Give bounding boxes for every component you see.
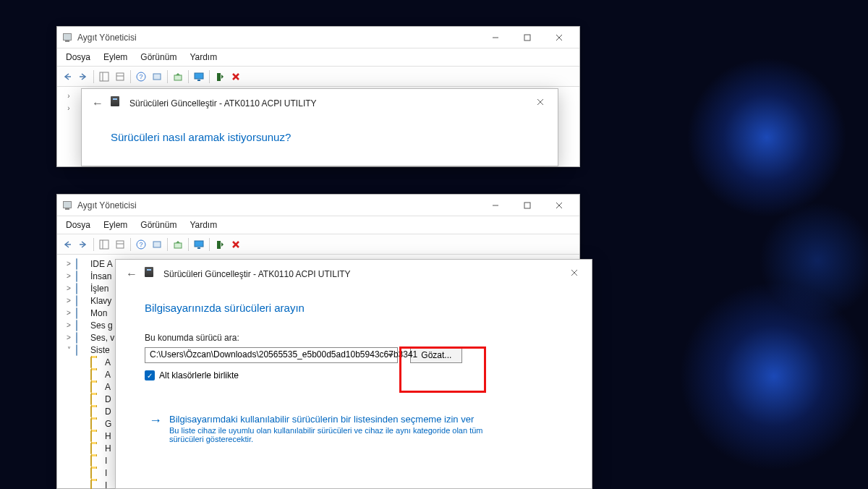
svg-rect-35 (195, 241, 203, 247)
close-button[interactable] (543, 195, 575, 216)
properties-icon[interactable] (113, 69, 127, 84)
nav-forward-icon[interactable] (76, 237, 90, 252)
tree-label: D (105, 407, 111, 417)
path-label: Bu konumda sürücü ara: (145, 333, 570, 343)
tree-label: I (105, 468, 107, 478)
svg-rect-13 (174, 75, 182, 80)
device-icon (111, 96, 122, 111)
titlebar: Aygıt Yöneticisi (57, 195, 579, 216)
minimize-button[interactable] (480, 195, 511, 216)
minimize-button[interactable] (480, 27, 511, 48)
svg-rect-16 (217, 73, 221, 81)
tree-label: İnsan (90, 271, 111, 281)
wizard-close-button[interactable] (563, 264, 586, 281)
update-driver-wizard-bottom: ← Sürücüleri Güncelleştir - ATK0110 ACPI… (115, 259, 592, 489)
svg-rect-37 (217, 241, 221, 249)
wizard-close-button[interactable] (529, 93, 552, 111)
expand-icon[interactable]: ˅ (64, 346, 73, 354)
menubar: Dosya Eylem Görünüm Yardım (57, 216, 579, 234)
device-category-icon (76, 296, 88, 306)
menu-help[interactable]: Yardım (184, 50, 223, 64)
svg-rect-27 (100, 240, 109, 249)
expand-icon[interactable]: > (64, 260, 73, 268)
tree-label: A (105, 357, 111, 367)
update-driver-icon[interactable] (171, 69, 185, 84)
device-category-icon (90, 407, 102, 417)
show-hide-tree-icon[interactable] (97, 237, 111, 252)
menu-file[interactable]: Dosya (60, 50, 96, 64)
device-category-icon (90, 468, 102, 478)
maximize-button[interactable] (511, 195, 543, 216)
device-category-icon (90, 370, 102, 380)
toolbar: ? (57, 234, 579, 255)
expand-icon[interactable]: > (64, 272, 73, 280)
uninstall-device-icon[interactable] (213, 69, 227, 84)
expand-icon[interactable]: > (64, 333, 73, 341)
expand-icon[interactable]: > (64, 321, 73, 329)
menu-help[interactable]: Yardım (184, 218, 223, 232)
menu-action[interactable]: Eylem (98, 50, 133, 64)
tree-label: Ses, v (90, 333, 114, 343)
toolbar: ? (57, 67, 579, 87)
disable-device-icon[interactable] (229, 69, 243, 84)
update-driver-icon[interactable] (171, 237, 185, 252)
device-category-icon (90, 431, 102, 441)
pick-from-list-desc: Bu liste cihaz ile uyumlu olan kullanıla… (169, 426, 516, 443)
wizard-heading: Bilgisayarınızda sürücüleri arayın (145, 302, 570, 314)
nav-back-icon[interactable] (60, 237, 75, 252)
titlebar: Aygıt Yöneticisi (57, 27, 579, 48)
menu-view[interactable]: Görünüm (135, 50, 182, 64)
maximize-button[interactable] (511, 27, 543, 48)
svg-text:?: ? (139, 241, 142, 248)
properties-icon[interactable] (113, 237, 127, 252)
tree-label: A (105, 370, 111, 380)
scan-hardware-icon[interactable] (150, 237, 164, 252)
nav-forward-icon[interactable] (76, 69, 90, 84)
wizard-back-icon[interactable]: ← (92, 97, 103, 110)
monitor-icon[interactable] (192, 237, 206, 252)
browse-button[interactable]: Gözat... (410, 347, 462, 363)
svg-rect-6 (100, 72, 109, 81)
device-category-icon (76, 333, 88, 343)
menubar: Dosya Eylem Görünüm Yardım (57, 48, 579, 67)
show-hide-tree-icon[interactable] (97, 69, 111, 84)
pick-from-list-option[interactable]: → Bilgisayarımdaki kullanılabilir sürücü… (145, 409, 570, 448)
menu-view[interactable]: Görünüm (135, 218, 182, 232)
disable-device-icon[interactable] (229, 237, 243, 252)
svg-rect-34 (174, 243, 182, 248)
wizard-back-icon[interactable]: ← (126, 268, 137, 281)
device-category-icon (76, 308, 88, 318)
update-driver-wizard-top: ← Sürücüleri Güncelleştir - ATK0110 ACPI… (81, 88, 558, 166)
expand-icon[interactable]: > (64, 309, 73, 317)
window-title: Aygıt Yöneticisi (77, 33, 480, 43)
svg-rect-1 (524, 35, 530, 41)
device-category-icon (90, 456, 102, 466)
driver-path-combo[interactable]: C:\Users\Özcan\Downloads\20565535_e5b00d… (145, 347, 398, 363)
tree-label: Klavy (90, 296, 111, 306)
device-category-icon (90, 480, 102, 490)
expand-icon[interactable]: > (64, 297, 73, 305)
menu-file[interactable]: Dosya (60, 218, 96, 232)
svg-rect-33 (153, 242, 161, 247)
scan-hardware-icon[interactable] (150, 69, 164, 84)
wizard-title: Sürücüleri Güncelleştir - ATK0110 ACPI U… (163, 269, 351, 279)
svg-rect-36 (197, 247, 200, 249)
svg-rect-14 (195, 73, 203, 79)
window-title: Aygıt Yöneticisi (77, 200, 480, 211)
monitor-icon[interactable] (192, 69, 206, 84)
help-icon[interactable]: ? (134, 237, 148, 252)
svg-rect-29 (116, 241, 124, 248)
close-button[interactable] (543, 27, 575, 48)
tree-label: G (105, 419, 111, 429)
expand-icon[interactable]: > (64, 284, 73, 292)
help-icon[interactable]: ? (134, 69, 148, 84)
device-category-icon (90, 443, 102, 454)
tree-label: A (105, 382, 111, 392)
nav-back-icon[interactable] (60, 69, 75, 84)
menu-action[interactable]: Eylem (98, 218, 133, 232)
svg-rect-15 (197, 80, 200, 81)
uninstall-device-icon[interactable] (213, 237, 227, 252)
svg-text:?: ? (139, 73, 142, 80)
include-subfolders-checkbox[interactable]: ✓ (145, 370, 155, 380)
wizard-heading: Sürücüleri nasıl aramak istiyorsunuz? (111, 131, 536, 143)
